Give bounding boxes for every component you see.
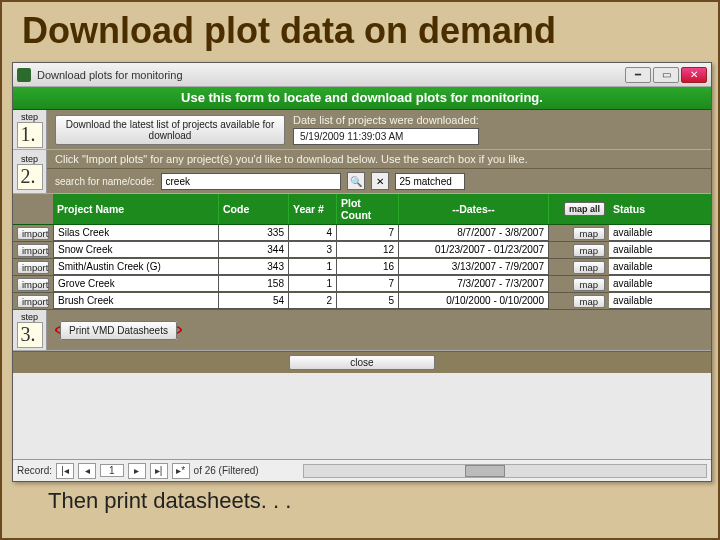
cell-year[interactable]: 3 [289, 242, 337, 258]
step-1-number: 1. [17, 122, 43, 148]
cell-dates[interactable]: 7/3/2007 - 7/3/2007 [399, 276, 549, 292]
step-3-row: step 3. Print VMD Datasheets [13, 310, 711, 351]
table-row: importBrush Creek54250/10/2000 - 0/10/20… [13, 293, 711, 310]
window-title: Download plots for monitoring [37, 69, 625, 81]
step-label: step [21, 312, 38, 322]
nav-prev-button[interactable]: ◂ [78, 463, 96, 479]
record-navigator: Record: |◂ ◂ 1 ▸ ▸| ▸* of 26 (Filtered) [13, 459, 711, 481]
cell-year[interactable]: 4 [289, 225, 337, 241]
import-button[interactable]: import [17, 227, 49, 240]
step-2-number: 2. [17, 164, 43, 190]
cell-code[interactable]: 158 [219, 276, 289, 292]
titlebar: Download plots for monitoring ━ ▭ ✕ [13, 63, 711, 87]
step-3-marker: step 3. [13, 310, 47, 350]
nav-last-button[interactable]: ▸| [150, 463, 168, 479]
print-datasheets-button[interactable]: Print VMD Datasheets [60, 321, 177, 340]
cell-code[interactable]: 54 [219, 293, 289, 309]
close-bar: close [13, 351, 711, 373]
table-row: importSmith/Austin Creek (G)3431163/13/2… [13, 259, 711, 276]
cell-dates[interactable]: 3/13/2007 - 7/9/2007 [399, 259, 549, 275]
nav-first-button[interactable]: |◂ [56, 463, 74, 479]
nav-of-label: of 26 (Filtered) [194, 465, 259, 476]
map-button[interactable]: map [573, 278, 605, 291]
cell-dates[interactable]: 8/7/2007 - 3/8/2007 [399, 225, 549, 241]
step-label: step [21, 154, 38, 164]
map-button[interactable]: map [573, 261, 605, 274]
scroll-thumb[interactable] [465, 465, 505, 477]
cell-status: available [609, 225, 711, 241]
import-button[interactable]: import [17, 261, 49, 274]
header-year: Year # [289, 194, 337, 224]
slide-footer: Then print datasheets. . . [48, 488, 291, 514]
match-count: 25 matched [395, 173, 465, 190]
cell-status: available [609, 259, 711, 275]
map-button[interactable]: map [573, 227, 605, 240]
record-label: Record: [17, 465, 52, 476]
date-list-value: 5/19/2009 11:39:03 AM [293, 128, 479, 145]
import-button[interactable]: import [17, 244, 49, 257]
instruction-banner: Use this form to locate and download plo… [13, 87, 711, 110]
header-code: Code [219, 194, 289, 224]
search-label: search for name/code: [55, 176, 155, 187]
horizontal-scrollbar[interactable] [303, 464, 707, 478]
step-label: step [21, 112, 38, 122]
search-icon[interactable]: 🔍 [347, 172, 365, 190]
cell-plot-count[interactable]: 7 [337, 225, 399, 241]
cell-year[interactable]: 2 [289, 293, 337, 309]
table-row: importSilas Creek335478/7/2007 - 3/8/200… [13, 225, 711, 242]
cell-plot-count[interactable]: 16 [337, 259, 399, 275]
cell-status: available [609, 276, 711, 292]
step-2-hint: Click "Import plots" for any project(s) … [55, 153, 703, 165]
close-window-button[interactable]: ✕ [681, 67, 707, 83]
header-plot-count: Plot Count [337, 194, 399, 224]
cell-project-name[interactable]: Snow Creek [53, 242, 219, 258]
cell-year[interactable]: 1 [289, 276, 337, 292]
slide-title: Download plot data on demand [2, 2, 718, 56]
cell-project-name[interactable]: Grove Creek [53, 276, 219, 292]
import-button[interactable]: import [17, 295, 49, 308]
header-project-name: Project Name [53, 194, 219, 224]
cell-status: available [609, 293, 711, 309]
step-3-number: 3. [17, 322, 43, 348]
import-button[interactable]: import [17, 278, 49, 291]
cell-year[interactable]: 1 [289, 259, 337, 275]
maximize-button[interactable]: ▭ [653, 67, 679, 83]
cell-code[interactable]: 335 [219, 225, 289, 241]
grid-header: Project Name Code Year # Plot Count --Da… [13, 194, 711, 225]
close-button[interactable]: close [289, 355, 434, 370]
clear-search-button[interactable]: ✕ [371, 172, 389, 190]
search-input[interactable] [161, 173, 341, 190]
date-list-label: Date list of projects were downloaded: [293, 114, 479, 126]
nav-current: 1 [100, 464, 124, 477]
nav-new-button[interactable]: ▸* [172, 463, 190, 479]
table-row: importGrove Creek158177/3/2007 - 7/3/200… [13, 276, 711, 293]
cell-code[interactable]: 343 [219, 259, 289, 275]
map-button[interactable]: map [573, 244, 605, 257]
cell-plot-count[interactable]: 5 [337, 293, 399, 309]
step-1-marker: step 1. [13, 110, 47, 149]
map-button[interactable]: map [573, 295, 605, 308]
cell-project-name[interactable]: Smith/Austin Creek (G) [53, 259, 219, 275]
step-2-marker: step 2. [13, 150, 47, 193]
cell-project-name[interactable]: Brush Creek [53, 293, 219, 309]
cell-dates[interactable]: 0/10/2000 - 0/10/2000 [399, 293, 549, 309]
table-row: importSnow Creek34431201/23/2007 - 01/23… [13, 242, 711, 259]
window-controls: ━ ▭ ✕ [625, 67, 707, 83]
cell-dates[interactable]: 01/23/2007 - 01/23/2007 [399, 242, 549, 258]
grid-body: importSilas Creek335478/7/2007 - 3/8/200… [13, 225, 711, 310]
step-1-row: step 1. Download the latest list of proj… [13, 110, 711, 150]
minimize-button[interactable]: ━ [625, 67, 651, 83]
step-2-row: step 2. Click "Import plots" for any pro… [13, 150, 711, 194]
highlight-ellipse: Print VMD Datasheets [55, 321, 182, 339]
header-status: Status [609, 194, 711, 224]
header-dates: --Dates-- [399, 194, 549, 224]
cell-code[interactable]: 344 [219, 242, 289, 258]
download-list-button[interactable]: Download the latest list of projects ava… [55, 115, 285, 145]
cell-project-name[interactable]: Silas Creek [53, 225, 219, 241]
nav-next-button[interactable]: ▸ [128, 463, 146, 479]
map-all-button[interactable]: map all [564, 202, 605, 216]
cell-plot-count[interactable]: 7 [337, 276, 399, 292]
cell-status: available [609, 242, 711, 258]
app-window: Download plots for monitoring ━ ▭ ✕ Use … [12, 62, 712, 482]
cell-plot-count[interactable]: 12 [337, 242, 399, 258]
